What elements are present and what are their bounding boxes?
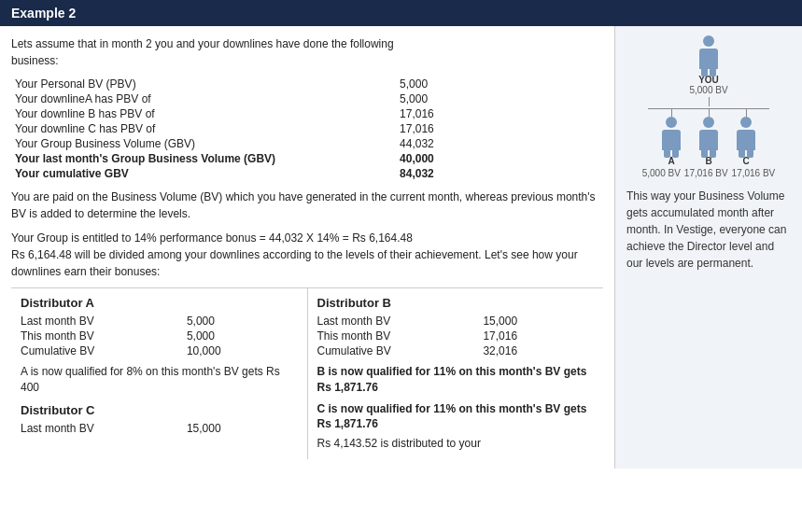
business-table: Your Personal BV (PBV)5,000Your downline… [11,77,603,181]
child-c-bv: 17,016 BV [732,168,776,178]
dist-c-title: Distributor C [21,403,298,417]
child-a-icon [658,117,684,154]
org-chart: YOU 5,000 BV [626,35,791,178]
bonus-text-1: Your Group is entitled to 14% performanc… [11,230,603,280]
table-row: Cumulative BV 32,016 [317,343,595,358]
explanation-para1: You are paid on the Business Volume (BV)… [11,189,603,222]
children-bv-row: 5,000 BV 17,016 BV 17,016 BV [642,168,776,178]
dist-col-b: Distributor B Last month BV 15,000 This … [308,288,604,459]
table-row: Last month BV 5,000 [21,314,298,329]
left-panel: Lets assume that in month 2 you and your… [0,26,615,469]
dist-a-note: A is now qualified for 8% on this month'… [21,364,298,396]
right-panel: YOU 5,000 BV [615,26,802,469]
v-line-top [709,97,710,106]
you-icon [696,35,722,73]
child-b-connector: B [696,109,722,166]
child-c-icon [733,117,759,154]
child-c-node: C [733,117,759,166]
dist-c-table: Last month BV 15,000 [21,421,298,436]
intro-text: Lets assume that in month 2 you and your… [11,35,603,69]
page-wrapper: Example 2 Lets assume that in month 2 yo… [0,0,802,469]
child-b-bv: 17,016 BV [684,168,728,178]
dist-a-title: Distributor A [21,296,298,310]
dist-b-note1: B is now qualified for 11% on this month… [317,364,595,396]
child-a-node: A [658,117,684,166]
dist-b-title: Distributor B [317,296,595,310]
dist-b-table: Last month BV 15,000 This month BV 17,01… [317,314,595,358]
table-row: Your downline B has PBV of17,016 [11,106,603,121]
table-row: This month BV 5,000 [21,329,298,343]
right-description: This way your Business Volume gets accum… [626,188,791,272]
you-node: YOU [696,35,722,85]
page-header: Example 2 [0,0,802,26]
children-container: A [658,109,759,166]
child-a-bv: 5,000 BV [642,168,681,178]
table-row: Your cumulative GBV84,032 [11,166,603,181]
child-a-connector: A [658,109,684,166]
distributors-row: Distributor A Last month BV 5,000 This m… [11,287,603,459]
table-row: This month BV 17,016 [317,329,595,343]
table-row: Your downlineA has PBV of5,000 [11,91,603,106]
header-title: Example 2 [11,6,76,21]
dist-c-note: C is now qualified for 11% on this month… [317,401,595,433]
table-row: Last month BV 15,000 [317,314,595,329]
child-b-node: B [696,117,722,166]
child-c-connector: C [733,109,759,166]
you-bv: 5,000 BV [689,85,727,95]
table-row: Cumulative BV 10,000 [21,343,298,358]
table-row: Last month BV 15,000 [21,421,298,436]
child-b-icon [696,117,722,154]
main-container: Lets assume that in month 2 you and your… [0,26,802,469]
dist-a-table: Last month BV 5,000 This month BV 5,000 … [21,314,298,358]
table-row: Your Group Business Volume (GBV)44,032 [11,136,603,151]
dist-col-ac: Distributor A Last month BV 5,000 This m… [11,288,308,459]
table-row: Your downline C has PBV of17,016 [11,121,603,136]
dist-b-note3: Rs 4,143.52 is distributed to your [317,436,595,452]
table-row: Your Personal BV (PBV)5,000 [11,77,603,91]
table-row: Your last month's Group Business Volume … [11,151,603,166]
